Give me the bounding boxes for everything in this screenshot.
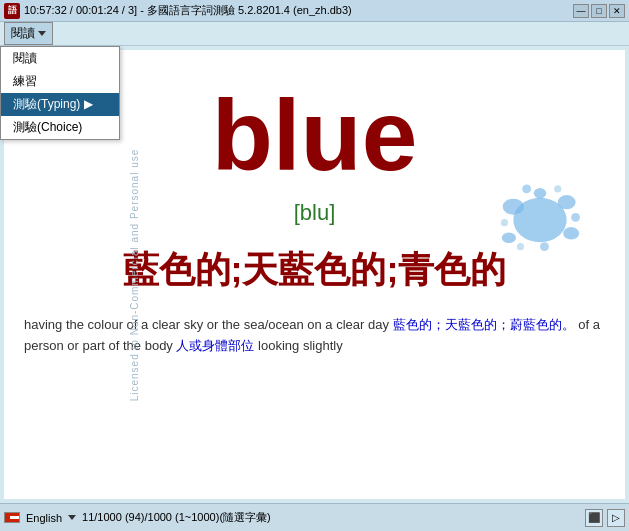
minimize-button[interactable]: —: [573, 4, 589, 18]
svg-point-4: [502, 232, 516, 243]
app-icon: 語: [4, 3, 20, 19]
mode-label: 閱讀: [11, 25, 35, 42]
watermark: Licensed to Non-Commercial and Personal …: [129, 148, 140, 401]
mode-dropdown-trigger[interactable]: 閱讀: [4, 22, 53, 45]
svg-point-10: [540, 242, 549, 251]
svg-point-5: [534, 188, 546, 199]
statusbar: English 11/1000 (94)/1000 (1~1000)(隨選字彙)…: [0, 503, 629, 531]
app-window: 語 10:57:32 / 00:01:24 / 3] - 多國語言字詞測驗 5.…: [0, 0, 629, 531]
svg-point-3: [563, 227, 579, 239]
language-label: English: [26, 512, 62, 524]
dropdown-item-reading[interactable]: 閱讀: [1, 47, 119, 70]
chinese-translation: 藍色的;天藍色的;青色的: [123, 246, 507, 295]
svg-point-11: [517, 243, 524, 250]
definition-english-3: looking slightly: [254, 338, 342, 353]
pronunciation: [blu]: [294, 200, 336, 226]
definition-chinese: 藍色的；天藍色的；蔚藍色的。: [393, 317, 575, 332]
splatter-decoration: [495, 180, 585, 260]
status-right-controls: ⬛ ▷: [585, 509, 625, 527]
window-controls: — □ ✕: [573, 4, 625, 18]
maximize-button[interactable]: □: [591, 4, 607, 18]
svg-point-9: [501, 219, 508, 226]
menubar: 閱讀 閱讀 練習 測驗(Typing) ▶ 測驗(Choice): [0, 22, 629, 46]
definition-text: having the colour of a clear sky or the …: [4, 305, 625, 367]
titlebar: 語 10:57:32 / 00:01:24 / 3] - 多國語言字詞測驗 5.…: [0, 0, 629, 22]
mode-dropdown-menu: 閱讀 練習 測驗(Typing) ▶ 測驗(Choice): [0, 46, 120, 140]
status-icon-1[interactable]: ⬛: [585, 509, 603, 527]
word-display: blue: [212, 80, 418, 190]
svg-point-7: [554, 185, 561, 192]
close-button[interactable]: ✕: [609, 4, 625, 18]
language-dropdown-arrow[interactable]: [68, 515, 76, 520]
progress-label: 11/1000 (94)/1000 (1~1000)(隨選字彙): [82, 510, 271, 525]
svg-point-6: [522, 184, 531, 193]
svg-point-2: [558, 195, 576, 209]
dropdown-item-typing[interactable]: 測驗(Typing) ▶: [1, 93, 119, 116]
flag-icon: [4, 512, 20, 523]
svg-point-8: [571, 213, 580, 222]
dropdown-arrow-icon: [38, 31, 46, 36]
dropdown-item-practice[interactable]: 練習: [1, 70, 119, 93]
svg-point-1: [503, 199, 524, 215]
window-title: 10:57:32 / 00:01:24 / 3] - 多國語言字詞測驗 5.2.…: [24, 3, 573, 18]
definition-english: having the colour of a clear sky or the …: [24, 317, 393, 332]
status-icon-2[interactable]: ▷: [607, 509, 625, 527]
definition-chinese-2: 人或身體部位: [176, 338, 254, 353]
dropdown-item-choice[interactable]: 測驗(Choice): [1, 116, 119, 139]
